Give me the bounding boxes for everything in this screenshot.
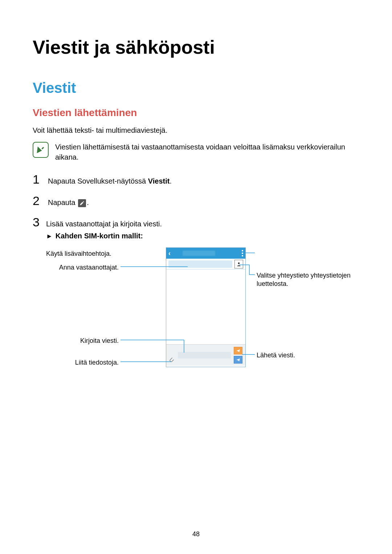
section-heading: Viestit [33,80,359,96]
page-title: Viestit ja sähköposti [33,36,359,58]
screen-title-placeholder [183,251,215,256]
step-1-pre: Napauta Sovellukset-näytössä [48,177,148,185]
callout-contacts: Valitse yhteystieto yhteystietojen luett… [257,271,366,288]
svg-point-0 [238,262,240,264]
step-2-post: . [87,198,89,206]
note-block: Viestien lähettämisestä tai vastaanottam… [33,142,359,162]
callout-write: Kirjoita viesti. [46,337,119,345]
callout-recipients: Anna vastaanottajat. [46,263,119,272]
callout-send: Lähetä viesti. [257,351,351,360]
step-3: 3 Lisää vastaanottajat ja kirjoita viest… [33,215,359,378]
callout-options: Käytä lisävaihtoehtoja. [46,250,140,258]
step-2: 2 Napauta . [33,194,359,208]
subsection-heading: Viestien lähettäminen [33,107,359,119]
intro-text: Voit lähettää teksti- tai multimediavies… [33,125,359,135]
callout-attach: Liitä tiedostoja. [46,358,119,367]
bullet-arrow: ► [46,233,53,240]
step-number: 3 [33,215,40,229]
step-number: 1 [33,172,41,186]
phone-diagram: Anna vastaanottajat. Kirjoita viesti. Li… [46,247,373,378]
send-sim1-icon [234,347,242,354]
send-sim2-icon [234,356,242,364]
bullet-text: Kahden SIM-kortin mallit [56,232,140,240]
message-area [166,270,245,344]
bullet-colon: : [140,232,143,240]
attach-icon [168,356,174,364]
note-text: Viestien lähettämisestä tai vastaanottam… [55,142,359,162]
step-1-bold: Viestit [148,177,170,185]
contacts-icon [234,260,243,268]
note-icon [33,142,49,158]
menu-icon [242,250,243,257]
compose-icon [78,199,86,207]
back-icon: ‹ [168,250,171,257]
step-3-text: Lisää vastaanottajat ja kirjoita viesti. [46,219,373,229]
step-1-post: . [170,177,172,185]
recipient-field-placeholder [168,260,232,268]
page-number: 48 [33,530,359,538]
message-input-placeholder [178,352,231,358]
phone-mockup: ‹ [166,247,246,367]
step-1: 1 Napauta Sovellukset-näytössä Viestit. [33,172,359,186]
step-2-pre: Napauta [48,198,77,206]
step-number: 2 [33,194,41,208]
